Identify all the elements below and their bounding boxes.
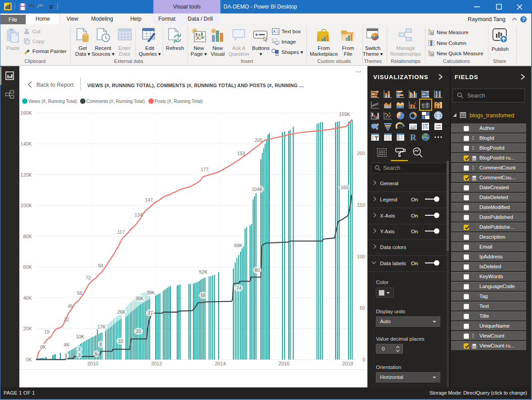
svg-text:134: 134 [134,212,143,218]
svg-text:2012: 2012 [151,361,162,366]
svg-text:193: 193 [237,151,245,156]
svg-text:140K: 140K [20,141,32,147]
svg-text:2018: 2018 [342,361,353,366]
svg-text:32: 32 [64,317,69,322]
svg-text:55: 55 [201,293,206,298]
svg-text:147: 147 [145,197,153,203]
svg-text:10: 10 [118,338,123,344]
svg-text:0K: 0K [40,344,46,350]
svg-text:17K: 17K [98,324,106,329]
svg-text:177: 177 [201,167,209,172]
svg-text:104K: 104K [252,187,263,192]
svg-text:160: 160 [340,185,349,190]
svg-text:160K: 160K [20,110,32,116]
svg-text:46: 46 [67,303,73,309]
svg-text:84: 84 [98,263,103,268]
svg-text:3: 3 [78,352,80,358]
svg-text:0K: 0K [26,357,32,362]
svg-text:8: 8 [99,342,102,347]
svg-text:2010: 2010 [87,361,98,366]
svg-text:19: 19 [44,329,49,334]
svg-text:2014: 2014 [215,361,226,366]
svg-text:100: 100 [357,254,365,259]
svg-text:52K: 52K [199,269,208,275]
svg-text:26K: 26K [117,309,126,315]
svg-text:R: R [410,133,416,142]
svg-text:50: 50 [360,305,365,311]
svg-text:40K: 40K [23,295,32,301]
svg-text:150: 150 [357,202,365,208]
svg-text:60K: 60K [23,264,32,270]
svg-text:2016: 2016 [278,361,289,366]
svg-text:20: 20 [136,329,141,334]
svg-text:205: 205 [255,138,263,143]
svg-text:200: 200 [357,151,365,156]
svg-text:5: 5 [95,351,98,356]
svg-text:80K: 80K [23,234,32,239]
svg-text:120K: 120K [20,172,32,178]
svg-text:69K: 69K [234,243,243,248]
svg-text:155K: 155K [339,111,350,117]
svg-text:3: 3 [78,347,80,352]
svg-text:35K: 35K [135,296,144,301]
svg-text:39K: 39K [147,290,155,295]
svg-text:58: 58 [77,290,82,296]
svg-text:117: 117 [117,229,125,235]
svg-text:20K: 20K [23,326,32,331]
svg-text:10K: 10K [76,334,85,339]
svg-text:100K: 100K [20,203,32,208]
svg-text:80: 80 [255,267,260,273]
svg-text:74: 74 [236,285,241,291]
svg-text:37: 37 [148,310,153,316]
svg-text:123: 123 [410,124,416,129]
svg-text:4K: 4K [64,342,70,347]
svg-text:1: 1 [65,353,67,358]
svg-text:72: 72 [85,275,91,280]
svg-text:0: 0 [362,357,365,362]
